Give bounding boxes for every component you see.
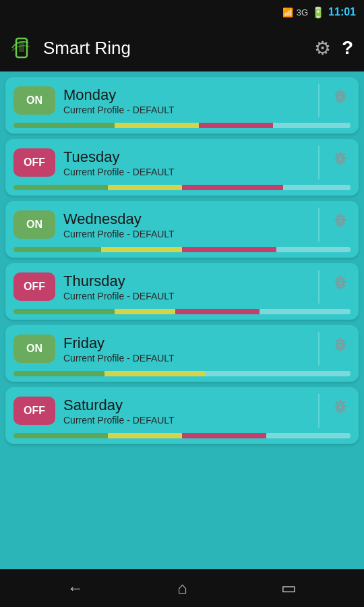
progress-yellow	[115, 309, 175, 314]
days-list: ON Monday Current Profile - DEFAULT OFF …	[0, 71, 364, 569]
back-button[interactable]: ←	[54, 573, 97, 603]
app-header: Smart Ring ⚙ ?	[0, 24, 364, 71]
battery-icon: 🔋	[311, 6, 325, 19]
progress-red	[182, 185, 283, 190]
toggle-monday[interactable]: ON	[13, 86, 55, 115]
progress-yellow	[108, 185, 182, 190]
day-name: Monday	[63, 86, 307, 104]
day-name: Saturday	[63, 397, 307, 414]
progress-green	[13, 371, 104, 376]
progress-teal	[260, 309, 351, 314]
day-card-tuesday: OFF Tuesday Current Profile - DEFAULT	[5, 139, 359, 196]
day-settings-tuesday[interactable]	[330, 150, 351, 175]
day-settings-saturday[interactable]	[330, 399, 351, 424]
day-separator	[318, 146, 320, 179]
day-card-friday: ON Friday Current Profile - DEFAULT	[5, 325, 359, 382]
day-info: Tuesday Current Profile - DEFAULT	[63, 148, 307, 177]
day-separator	[318, 394, 320, 428]
day-name: Friday	[63, 335, 307, 352]
toggle-wednesday[interactable]: ON	[13, 210, 55, 239]
day-progress	[13, 247, 351, 252]
settings-button[interactable]: ⚙	[314, 37, 331, 59]
day-separator	[318, 332, 320, 366]
status-icons: 📶 3G 🔋 11:01	[282, 6, 356, 19]
day-card-top: OFF Tuesday Current Profile - DEFAULT	[13, 146, 351, 179]
day-card-monday: ON Monday Current Profile - DEFAULT	[5, 77, 359, 134]
phone-signal-icon: 📶	[282, 7, 293, 18]
day-card-top: OFF Saturday Current Profile - DEFAULT	[13, 394, 351, 428]
day-separator	[318, 84, 320, 117]
day-card-saturday: OFF Saturday Current Profile - DEFAULT	[5, 387, 359, 444]
day-profile: Current Profile - DEFAULT	[63, 415, 307, 426]
progress-yellow	[104, 371, 206, 376]
progress-green	[13, 185, 108, 190]
header-actions: ⚙ ?	[314, 37, 353, 59]
progress-teal	[206, 371, 351, 376]
day-info: Monday Current Profile - DEFAULT	[63, 86, 307, 115]
recents-button[interactable]: ▭	[268, 573, 310, 603]
progress-teal	[283, 185, 351, 190]
day-settings-monday[interactable]	[330, 88, 351, 113]
day-profile: Current Profile - DEFAULT	[63, 167, 307, 177]
toggle-friday[interactable]: ON	[13, 335, 55, 363]
day-separator	[318, 270, 320, 304]
progress-teal	[273, 123, 351, 128]
day-profile: Current Profile - DEFAULT	[63, 291, 307, 301]
day-name: Tuesday	[63, 148, 307, 166]
day-name: Thursday	[63, 272, 307, 290]
clock: 11:01	[328, 6, 356, 18]
progress-yellow	[108, 433, 182, 438]
help-button[interactable]: ?	[342, 37, 353, 59]
day-settings-thursday[interactable]	[330, 274, 351, 299]
day-progress	[13, 433, 351, 438]
day-profile: Current Profile - DEFAULT	[63, 105, 307, 115]
progress-red	[175, 309, 260, 314]
day-settings-friday[interactable]	[330, 337, 351, 362]
day-card-top: OFF Thursday Current Profile - DEFAULT	[13, 270, 351, 304]
progress-red	[182, 247, 276, 252]
app-title: Smart Ring	[43, 38, 306, 59]
day-progress	[13, 185, 351, 190]
progress-teal	[276, 247, 351, 252]
day-card-wednesday: ON Wednesday Current Profile - DEFAULT	[5, 201, 359, 258]
progress-green	[13, 309, 115, 314]
day-settings-wednesday[interactable]	[330, 212, 351, 237]
day-separator	[318, 208, 320, 241]
network-type: 3G	[297, 7, 308, 18]
day-progress	[13, 123, 351, 128]
home-button[interactable]: ⌂	[164, 573, 201, 603]
day-info: Thursday Current Profile - DEFAULT	[63, 272, 307, 301]
progress-yellow	[101, 247, 182, 252]
progress-teal	[266, 433, 351, 438]
day-card-top: ON Monday Current Profile - DEFAULT	[13, 84, 351, 117]
toggle-saturday[interactable]: OFF	[13, 397, 55, 425]
progress-yellow	[115, 123, 199, 128]
progress-green	[13, 247, 101, 252]
day-profile: Current Profile - DEFAULT	[63, 353, 307, 364]
day-progress	[13, 309, 351, 314]
progress-green	[13, 123, 115, 128]
day-progress	[13, 371, 351, 376]
nav-bar: ← ⌂ ▭	[0, 569, 364, 607]
toggle-tuesday[interactable]: OFF	[13, 148, 55, 177]
progress-red	[182, 433, 266, 438]
progress-red	[199, 123, 273, 128]
toggle-thursday[interactable]: OFF	[13, 272, 55, 301]
day-info: Friday Current Profile - DEFAULT	[63, 335, 307, 364]
day-profile: Current Profile - DEFAULT	[63, 229, 307, 239]
day-card-top: ON Wednesday Current Profile - DEFAULT	[13, 208, 351, 241]
day-card-top: ON Friday Current Profile - DEFAULT	[13, 332, 351, 366]
day-info: Wednesday Current Profile - DEFAULT	[63, 210, 307, 239]
app-logo	[11, 36, 35, 60]
day-card-thursday: OFF Thursday Current Profile - DEFAULT	[5, 263, 359, 320]
progress-green	[13, 433, 108, 438]
day-name: Wednesday	[63, 210, 307, 228]
status-bar: 📶 3G 🔋 11:01	[0, 0, 364, 24]
day-info: Saturday Current Profile - DEFAULT	[63, 397, 307, 426]
